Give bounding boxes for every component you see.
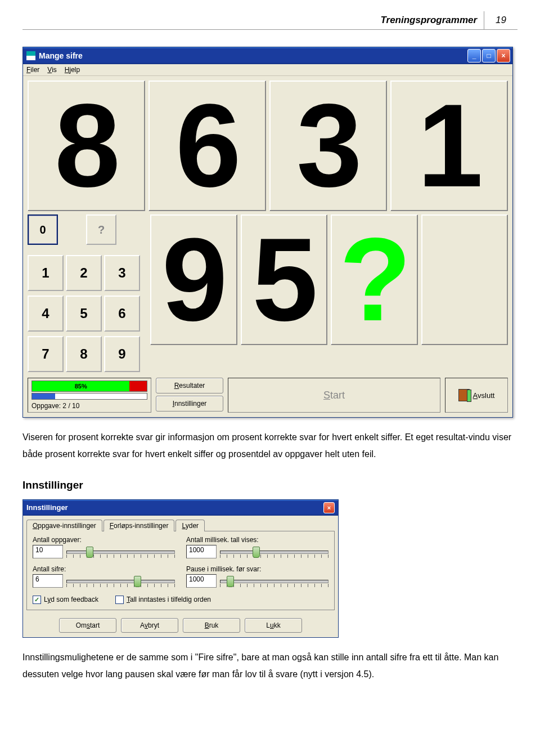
cancel-button[interactable]: Avbryt bbox=[121, 618, 178, 633]
exit-icon bbox=[458, 389, 470, 401]
digit-card bbox=[421, 214, 508, 345]
settings-button[interactable]: Innstillinger bbox=[156, 396, 223, 411]
percent-bar-fill: 85% bbox=[32, 381, 129, 391]
digit-card: 5 bbox=[241, 214, 328, 345]
page-number: 19 bbox=[484, 11, 518, 29]
maximize-button[interactable]: □ bbox=[482, 49, 496, 62]
menu-file[interactable]: Filer bbox=[26, 66, 39, 74]
digit-value: 1 bbox=[417, 87, 481, 205]
dialog-title: Innstillinger bbox=[26, 503, 68, 512]
keypad-2[interactable]: 2 bbox=[66, 255, 102, 291]
tab-forlops[interactable]: Forløps-innstillinger bbox=[104, 520, 175, 531]
restart-button[interactable]: Omstart bbox=[59, 618, 116, 633]
label-pause-ms: Pause i millisek. før svar: bbox=[186, 565, 328, 573]
checkbox-tilfeldig[interactable]: Tall inntastes i tilfeldig orden bbox=[115, 596, 211, 604]
digit-card: 8 bbox=[28, 80, 145, 211]
keypad-1[interactable]: 1 bbox=[28, 255, 64, 291]
check-icon-empty bbox=[115, 596, 124, 604]
titlebar[interactable]: Mange sifre _ □ × bbox=[23, 47, 512, 64]
digit-value: 6 bbox=[176, 87, 239, 205]
minimize-button[interactable]: _ bbox=[467, 49, 481, 62]
menubar: Filer Vis Hjelp bbox=[23, 64, 512, 76]
close-button[interactable]: Lukk bbox=[245, 618, 302, 633]
input-antall-sifre[interactable]: 6 bbox=[33, 574, 63, 588]
digit-card: ? bbox=[331, 214, 418, 345]
keypad-9[interactable]: 9 bbox=[104, 336, 140, 372]
menu-help[interactable]: Hjelp bbox=[65, 66, 80, 74]
digit-card: 1 bbox=[390, 80, 508, 211]
heading-innstillinger: Innstillinger bbox=[22, 479, 518, 491]
dialog-titlebar[interactable]: Innstillinger × bbox=[23, 500, 338, 516]
dialog-close-button[interactable]: × bbox=[323, 502, 335, 513]
body-paragraph-2: Innstillingsmulighetene er de samme som … bbox=[22, 649, 518, 683]
digit-value: 3 bbox=[296, 87, 360, 205]
input-pause-ms[interactable]: 1000 bbox=[186, 574, 217, 588]
input-antall-oppgaver[interactable]: 10 bbox=[33, 545, 63, 558]
page-header: Treningsprogrammer 19 bbox=[22, 11, 518, 30]
menu-view[interactable]: Vis bbox=[47, 66, 56, 74]
mange-sifre-window: Mange sifre _ □ × Filer Vis Hjelp 8 6 3 … bbox=[22, 47, 513, 418]
input-antall-ms[interactable]: 1000 bbox=[186, 545, 217, 558]
body-paragraph-1: Viseren for prosent korrekte svar gir in… bbox=[22, 429, 518, 463]
slider-antall-oppgaver[interactable] bbox=[66, 545, 175, 558]
keypad: 0 ? 1 2 3 4 5 6 7 8 9 bbox=[28, 214, 146, 372]
apply-button[interactable]: Bruk bbox=[183, 618, 240, 633]
digit-value: 9 bbox=[162, 221, 226, 339]
percent-bar: 85% bbox=[32, 381, 147, 392]
task-progress-fill bbox=[32, 393, 55, 399]
keypad-7[interactable]: 7 bbox=[28, 336, 64, 372]
digit-value: 8 bbox=[55, 87, 118, 205]
slider-antall-ms[interactable] bbox=[220, 545, 328, 558]
tab-oppgave[interactable]: Oppgave-innstillinger bbox=[26, 520, 102, 531]
app-icon bbox=[26, 51, 35, 60]
keypad-question[interactable]: ? bbox=[86, 214, 116, 245]
innstillinger-dialog: Innstillinger × Oppgave-innstillinger Fo… bbox=[22, 499, 339, 638]
checkbox-label: Lyd som feedback bbox=[44, 596, 98, 603]
digit-card: 9 bbox=[150, 214, 237, 345]
quit-button[interactable]: Avslutt bbox=[445, 378, 508, 413]
tab-panel-oppgave: Antall oppgaver: 10 Antall millisek. tal… bbox=[26, 531, 335, 610]
label-antall-ms: Antall millisek. tall vises: bbox=[186, 536, 328, 544]
keypad-4[interactable]: 4 bbox=[28, 296, 64, 332]
slider-antall-sifre[interactable] bbox=[66, 575, 175, 587]
label-antall-oppgaver: Antall oppgaver: bbox=[33, 536, 175, 544]
task-progress-bar bbox=[32, 393, 147, 400]
check-icon: ✓ bbox=[33, 596, 41, 604]
dialog-tabs: Oppgave-innstillinger Forløps-innstillin… bbox=[23, 516, 338, 531]
results-button[interactable]: Resultater bbox=[156, 378, 223, 393]
digit-card: 3 bbox=[269, 80, 387, 211]
keypad-6[interactable]: 6 bbox=[104, 296, 140, 332]
close-button[interactable]: × bbox=[497, 49, 510, 62]
header-title: Treningsprogrammer bbox=[374, 11, 484, 29]
status-panel: 85% Oppgave: 2 / 10 bbox=[28, 378, 151, 413]
digit-value: 5 bbox=[252, 221, 316, 339]
digit-value-question: ? bbox=[339, 221, 409, 339]
task-label: Oppgave: 2 / 10 bbox=[32, 402, 147, 410]
keypad-zero[interactable]: 0 bbox=[28, 214, 58, 245]
window-title: Mange sifre bbox=[39, 51, 467, 60]
digit-row-bottom: 9 5 ? bbox=[150, 214, 508, 372]
checkbox-label: Tall inntastes i tilfeldig orden bbox=[127, 596, 211, 603]
keypad-8[interactable]: 8 bbox=[66, 336, 102, 372]
keypad-3[interactable]: 3 bbox=[104, 255, 140, 291]
label-antall-sifre: Antall sifre: bbox=[33, 565, 175, 573]
digit-card: 6 bbox=[148, 80, 266, 211]
start-button[interactable]: Start bbox=[228, 378, 440, 413]
slider-pause-ms[interactable] bbox=[220, 575, 328, 587]
digit-row-top: 8 6 3 1 bbox=[28, 80, 508, 211]
checkbox-lyd-feedback[interactable]: ✓ Lyd som feedback bbox=[33, 596, 98, 604]
keypad-5[interactable]: 5 bbox=[66, 296, 102, 332]
tab-lyder[interactable]: Lyder bbox=[176, 520, 205, 531]
